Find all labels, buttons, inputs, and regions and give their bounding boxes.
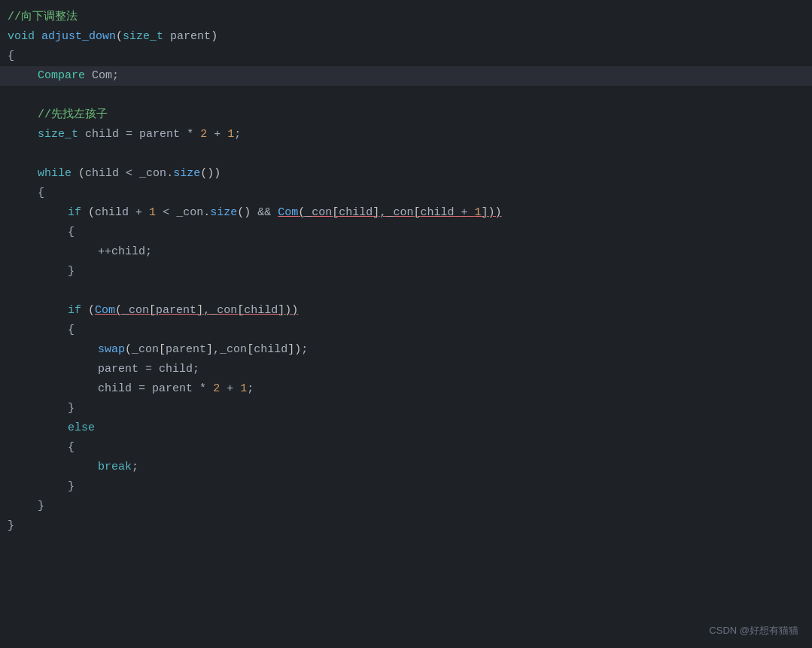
code-line-11: if ( child + 1 < _con . size () && Com(_… xyxy=(0,203,812,223)
semicolon2: ; xyxy=(234,126,241,144)
code-line-19: parent = child ; xyxy=(0,360,812,379)
op-plus2: + xyxy=(135,204,142,222)
code-line-15 xyxy=(0,281,812,301)
var-parent4: parent xyxy=(98,361,138,379)
bracket2: ] xyxy=(206,341,213,359)
sp25 xyxy=(220,380,227,398)
code-line-9: while ( child < _con . size () ) xyxy=(0,164,812,184)
var-child6: child xyxy=(159,361,193,379)
var-child7: child xyxy=(98,380,132,398)
type-size_t: size_t xyxy=(123,28,163,46)
sp10 xyxy=(132,165,139,183)
code-line-21: } xyxy=(0,399,812,418)
paren-open: ( xyxy=(116,28,123,46)
com-call-1: Com(_con[child],_con[child + 1])) xyxy=(278,204,501,222)
var-con3: _con xyxy=(132,341,159,359)
keyword-else: else xyxy=(68,419,95,437)
keyword-while: while xyxy=(38,165,71,183)
semicolon1: ; xyxy=(112,67,119,85)
sp18 xyxy=(81,302,88,320)
sp xyxy=(78,126,85,144)
op-mul2: * xyxy=(199,380,206,398)
code-line-7: size_t child = parent * 2 + 1 ; xyxy=(0,125,812,145)
code-line-25: } xyxy=(0,477,812,497)
sp22 xyxy=(145,380,152,398)
keyword-if2: if xyxy=(68,302,81,320)
op-inc: ++ xyxy=(98,243,111,261)
code-line-26: } xyxy=(0,497,812,516)
brace-close-2: } xyxy=(68,263,75,281)
bracket3: [ xyxy=(247,341,254,359)
op-eq: = xyxy=(126,126,132,144)
code-line-20: child = parent * 2 + 1 ; xyxy=(0,379,812,399)
sp9 xyxy=(119,165,126,183)
num-1c: 1 xyxy=(240,380,247,398)
semicolon7: ; xyxy=(132,458,138,476)
sp20 xyxy=(152,361,159,379)
type-compare: Compare xyxy=(38,67,85,85)
op-lt: < xyxy=(126,165,132,183)
dot2: . xyxy=(203,204,210,222)
sp2 xyxy=(119,126,126,144)
if1-paren-open: ( xyxy=(88,204,95,222)
watermark: CSDN @好想有猫猫 xyxy=(709,623,798,639)
sp26 xyxy=(233,380,240,398)
var-con: _con xyxy=(139,165,166,183)
comment-2: //先找左孩子 xyxy=(38,106,108,124)
brace-close-1: } xyxy=(38,497,44,516)
op-lt2: < xyxy=(163,204,169,222)
sp14 xyxy=(156,204,163,222)
semicolon5: ; xyxy=(193,361,199,379)
num-2: 2 xyxy=(200,126,207,144)
sp15 xyxy=(169,204,176,222)
op-mul: * xyxy=(187,126,193,144)
code-line-5 xyxy=(0,86,812,105)
while-paren-close: ) xyxy=(214,165,220,183)
func-size2: size xyxy=(210,204,237,222)
space3 xyxy=(85,67,92,85)
code-line-8 xyxy=(0,145,812,164)
func-swap: swap xyxy=(98,341,125,359)
var-child5: child xyxy=(254,341,287,359)
op-plus3: + xyxy=(227,380,233,398)
dot1: . xyxy=(166,165,173,183)
var-parent5: parent xyxy=(152,380,193,398)
sp4 xyxy=(180,126,187,144)
code-line-2: void adjust_down ( size_t parent ) xyxy=(0,27,812,47)
sp11 xyxy=(81,204,88,222)
code-line-22: else xyxy=(0,418,812,438)
brace-open-3: { xyxy=(68,321,75,339)
swap-paren-close: ) xyxy=(294,341,301,359)
brace-open-4: { xyxy=(68,439,75,457)
sp12 xyxy=(129,204,135,222)
var-parent3: parent xyxy=(166,341,206,359)
code-line-1: //向下调整法 xyxy=(0,8,812,27)
sp21 xyxy=(132,380,138,398)
space xyxy=(35,28,41,46)
swap-paren-open: ( xyxy=(125,341,132,359)
comment-1: //向下调整法 xyxy=(8,8,78,26)
code-editor: //向下调整法 void adjust_down ( size_t parent… xyxy=(0,0,812,648)
code-line-13: ++ child ; xyxy=(0,242,812,262)
brace-close-4: } xyxy=(68,478,75,496)
op-plus: + xyxy=(214,126,220,144)
brace-close-0: } xyxy=(8,517,14,535)
num-1: 1 xyxy=(227,126,234,144)
func-name: adjust_down xyxy=(41,28,116,46)
semicolon4: ; xyxy=(301,341,308,359)
bracket1: [ xyxy=(159,341,166,359)
code-line-14: } xyxy=(0,262,812,281)
var-child: child xyxy=(85,126,119,144)
var-com: Com xyxy=(92,67,112,85)
sp5 xyxy=(193,126,200,144)
var-child4: child xyxy=(111,243,145,261)
code-line-12: { xyxy=(0,223,812,242)
space2 xyxy=(163,28,170,46)
bracket4: ] xyxy=(287,341,294,359)
param-parent: parent xyxy=(170,28,211,46)
func-size: size xyxy=(173,165,200,183)
type-size_t2: size_t xyxy=(38,126,78,144)
var-child3: child xyxy=(95,204,129,222)
keyword-break: break xyxy=(98,458,132,476)
num-2b: 2 xyxy=(213,380,220,398)
